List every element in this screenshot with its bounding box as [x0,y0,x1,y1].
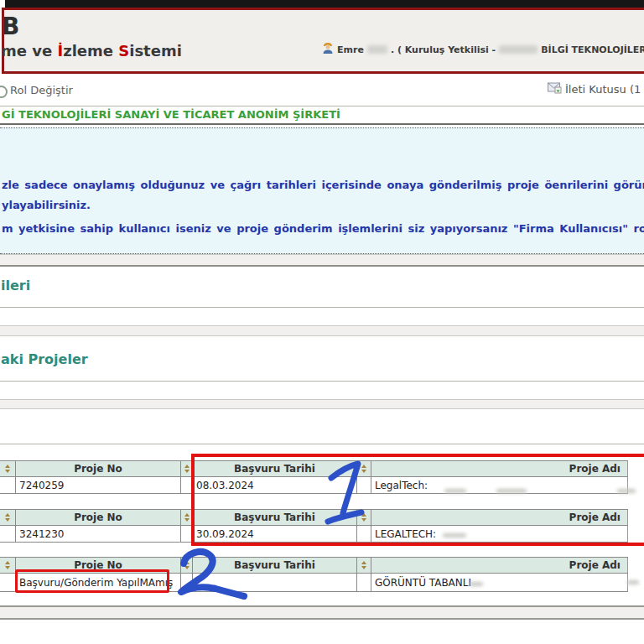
sort-icon[interactable] [184,513,190,522]
row-status-cell [0,574,16,591]
app-title-accent: S [118,42,129,60]
table-header-cell [0,558,16,573]
redacted-surname [367,45,387,54]
inbox-link[interactable]: İleti Kutusu (1 [548,82,641,96]
user-info: Emre . ( Kuruluş Yetkilisi - BİLGİ TEKNO… [322,42,644,57]
top-black-bar [5,0,644,8]
header-proje-no: Proje No [16,461,181,476]
company-name-bar: Gİ TEKNOLOJİLERİ SANAYİ VE TİCARET ANONİ… [0,106,644,125]
sort-icon[interactable] [361,561,366,569]
row-status-cell [0,477,16,493]
change-role-link[interactable]: Rol Değiştir [10,84,73,96]
logo-big-letter: B [2,13,19,40]
section-heading-top: ileri [1,278,30,293]
app-title: me ve İzleme Sistemi [1,42,182,60]
inbox-label: İleti Kutusu (1 [565,83,641,96]
app-title-part: istemi [129,42,182,60]
info-box: zle sadece onaylamış olduğunuz ve çağrı … [0,127,644,254]
header-proje-adi: Proje Adı [371,558,628,573]
sort-icon[interactable] [5,561,10,569]
table-header-cell [0,510,16,525]
section-separator-bar [0,325,644,336]
handwritten-annotation-2 [170,547,250,604]
separator-line [0,307,644,308]
table-header-cell [357,558,371,573]
redacted-company-prefix [499,45,538,54]
user-role-text: . ( Kuruluş Yetkilisi - [391,44,496,55]
app-screen: B me ve İzleme Sistemi Emre . ( Kuruluş … [0,0,644,644]
cell-proje-adi: GÖRÜNTÜ TABANLI [371,574,628,591]
sort-icon[interactable] [5,465,10,473]
header-proje-no: Proje No [16,510,181,525]
annotation-red-box-1 [191,454,644,546]
section-heading-projects: aki Projeler [1,351,88,367]
separator-line [0,381,644,382]
user-company-fragment: BİLGİ TEKNOLOJİLERİ S [541,44,644,55]
sort-icon[interactable] [184,465,190,473]
redacted-text [470,582,483,586]
section-separator-bar [0,254,644,267]
section-separator-bar [0,399,644,409]
bottom-separator-bar [0,605,644,620]
handwritten-annotation-1 [321,460,373,532]
user-icon [322,42,334,57]
app-title-part: me ve [1,42,57,60]
info-line-3: m yetkisine sahip kullanıcı iseniz ve pr… [2,222,644,235]
spacer-cell [357,574,371,591]
sort-icon[interactable] [5,513,10,522]
separator-line [0,444,644,444]
app-title-part: zleme [63,42,118,60]
row-status-cell [0,526,16,542]
cell-proje-no: 7240259 [16,477,181,493]
table-header-cell [0,461,16,476]
user-first-name: Emre [337,44,364,55]
change-role-icon [0,86,8,98]
info-line-1: zle sadece onaylamış olduğunuz ve çağrı … [2,179,644,191]
header-band [2,8,644,74]
info-line-2: ylayabilirsiniz. [2,199,91,211]
annotation-red-box-2 [15,569,169,593]
cell-proje-no: 3241230 [16,526,181,542]
inbox-icon [548,82,562,96]
redacted-text [627,580,639,584]
